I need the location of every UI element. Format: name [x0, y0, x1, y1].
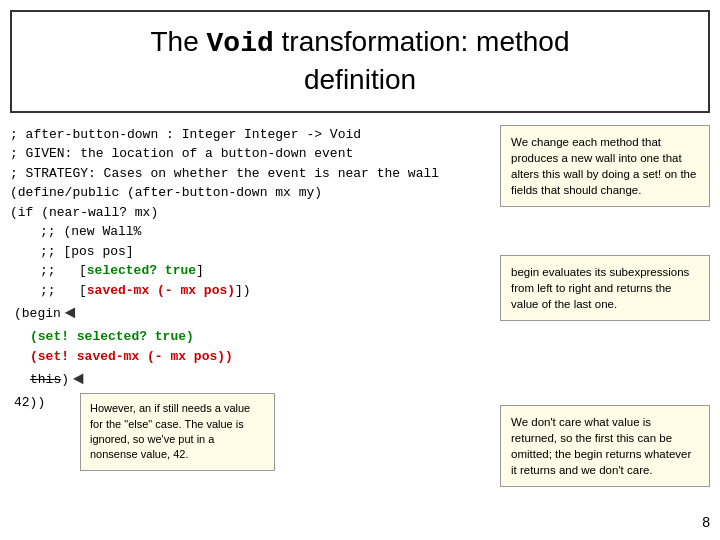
code-comment-new: ;; (new Wall%: [10, 222, 710, 242]
code-set-selected: (set! selected? true): [10, 327, 710, 347]
code-set-savedmx: (set! saved-mx (- mx pos)): [10, 347, 710, 367]
title-line2: definition: [304, 64, 416, 95]
slide-title: The Void transformation: method definiti…: [32, 24, 688, 99]
title-prefix: The: [151, 26, 207, 57]
main-content: ; after-button-down : Integer Integer ->…: [10, 125, 710, 530]
title-suffix: transformation: method: [274, 26, 570, 57]
page-number: 8: [702, 514, 710, 530]
tooltip-begin-evaluates: begin evaluates its subexpressions from …: [500, 255, 710, 321]
title-void: Void: [207, 28, 274, 59]
code-this-row: this) ◄: [10, 366, 710, 393]
tooltip-change-method: We change each method that produces a ne…: [500, 125, 710, 207]
tooltip-this-value: We don't care what value is returned, so…: [500, 405, 710, 487]
slide: The Void transformation: method definiti…: [0, 0, 720, 540]
tooltip-42: However, an if still needs a value for t…: [80, 393, 275, 471]
title-box: The Void transformation: method definiti…: [10, 10, 710, 113]
